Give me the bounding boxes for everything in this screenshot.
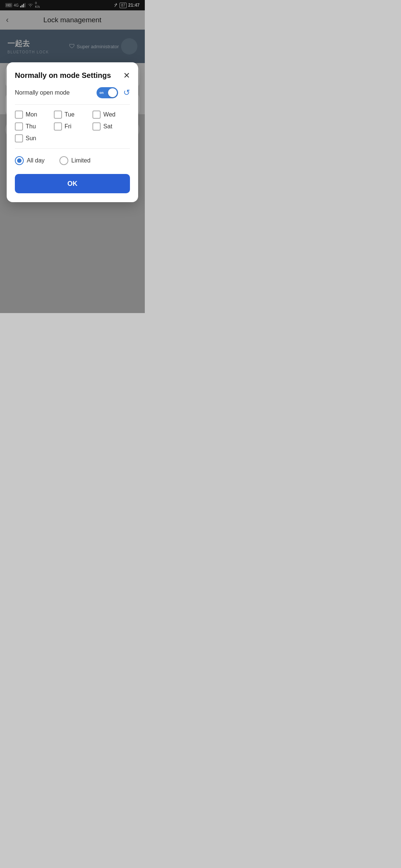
sat-checkbox[interactable] — [92, 122, 101, 131]
toggle-knob — [108, 88, 117, 97]
wed-checkbox[interactable] — [92, 111, 101, 119]
time-options-row: All day Limited — [15, 155, 130, 165]
normally-on-mode-modal: Normally on mode Settings ✕ Normally ope… — [7, 62, 138, 202]
refresh-icon[interactable]: ↺ — [123, 88, 130, 98]
toggle-on-text: on — [100, 91, 104, 95]
limited-radio[interactable] — [59, 156, 68, 165]
limited-radio-item[interactable]: Limited — [59, 156, 91, 165]
mon-checkbox[interactable] — [15, 111, 23, 119]
tue-label: Tue — [65, 111, 75, 118]
day-tue[interactable]: Tue — [54, 111, 91, 119]
thu-label: Thu — [26, 123, 36, 130]
toggle-row: Normally open mode on ↺ — [15, 87, 130, 105]
fri-label: Fri — [65, 123, 72, 130]
day-thu[interactable]: Thu — [15, 122, 52, 131]
day-wed[interactable]: Wed — [92, 111, 130, 119]
allday-radio-fill — [17, 158, 22, 163]
allday-label: All day — [27, 157, 45, 164]
modal-title: Normally on mode Settings — [15, 71, 111, 80]
tue-checkbox[interactable] — [54, 111, 62, 119]
toggle-label: Normally open mode — [15, 89, 70, 96]
allday-radio-item[interactable]: All day — [15, 156, 45, 165]
sun-checkbox[interactable] — [15, 134, 23, 142]
allday-radio[interactable] — [15, 156, 24, 165]
day-fri[interactable]: Fri — [54, 122, 91, 131]
day-sat[interactable]: Sat — [92, 122, 130, 131]
days-grid: Mon Tue Wed Thu Fri Sat Sun — [15, 111, 130, 149]
mon-label: Mon — [26, 111, 37, 118]
ok-button-label: OK — [68, 180, 78, 188]
modal-header: Normally on mode Settings ✕ — [15, 71, 130, 80]
toggle-controls: on ↺ — [97, 87, 130, 98]
limited-label: Limited — [71, 157, 91, 164]
normally-open-toggle[interactable]: on — [97, 87, 118, 98]
sun-label: Sun — [26, 135, 36, 142]
sat-label: Sat — [103, 123, 112, 130]
day-sun[interactable]: Sun — [15, 134, 52, 142]
close-button[interactable]: ✕ — [123, 72, 130, 80]
day-mon[interactable]: Mon — [15, 111, 52, 119]
fri-checkbox[interactable] — [54, 122, 62, 131]
wed-label: Wed — [103, 111, 115, 118]
thu-checkbox[interactable] — [15, 122, 23, 131]
ok-button[interactable]: OK — [15, 174, 130, 193]
